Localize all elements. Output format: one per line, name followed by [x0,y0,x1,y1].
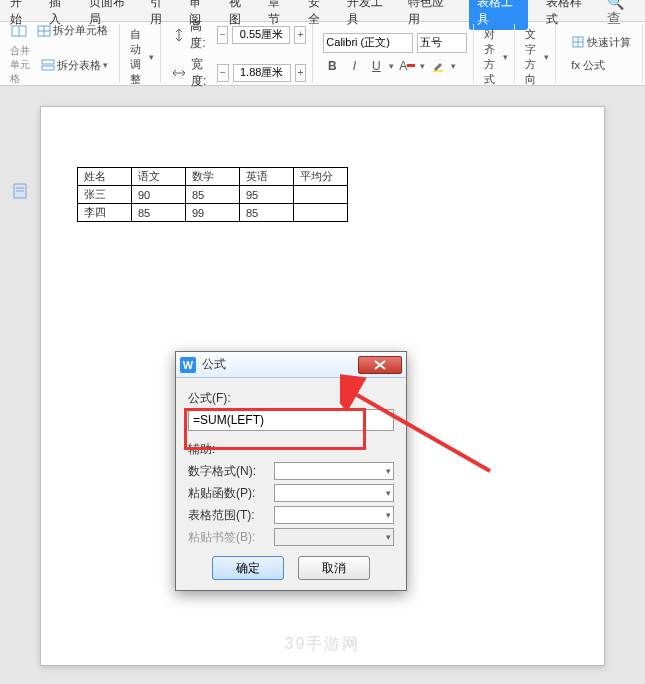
height-label: 高度: [190,18,212,52]
table-cell[interactable]: 85 [240,204,294,222]
formula-label: fx 公式 [571,58,605,73]
textdir-label: 文字方向 [525,27,542,87]
table-cell[interactable]: 数学 [186,168,240,186]
table-cell[interactable]: 李四 [78,204,132,222]
formula-input[interactable] [188,409,394,431]
split-table-label: 拆分表格 [57,58,101,73]
table-cell[interactable]: 平均分 [294,168,348,186]
app-icon: W [180,357,196,373]
font-size-select[interactable] [417,33,467,53]
table-cell[interactable]: 99 [186,204,240,222]
fast-calc-button[interactable]: 快速计算 [566,33,636,52]
height-input[interactable] [232,26,290,44]
height-icon [171,26,186,44]
ribbon-group-autoadjust[interactable]: 自动调整▾ [124,24,161,83]
table-range-combo[interactable]: ▾ [274,506,394,524]
close-icon[interactable] [358,356,402,374]
width-label: 宽度: [191,56,213,90]
svg-rect-12 [433,70,443,72]
highlight-button[interactable] [429,57,447,75]
width-increment[interactable]: + [295,64,307,82]
table-cell[interactable]: 张三 [78,186,132,204]
formula-button[interactable]: fx 公式 [566,56,610,75]
table-cell[interactable]: 90 [132,186,186,204]
ribbon-group-size: 高度: − + 宽度: − + [165,24,313,83]
menu-bar: 开始 插入 页面布局 引用 审阅 视图 章节 安全 开发工具 特色应用 表格工具… [0,0,645,22]
ribbon-group-font: B I U▾ A▾ ▾ [317,24,474,83]
table-range-label: 表格范围(T): [188,507,255,524]
align-label: 对齐方式 [484,27,501,87]
ribbon-group-align[interactable]: 对齐方式▾ [478,24,515,83]
table-row: 张三 90 85 95 [78,186,348,204]
font-family-select[interactable] [323,33,413,53]
table-cell[interactable]: 英语 [240,168,294,186]
svg-rect-5 [42,60,54,64]
auto-adjust-label: 自动调整 [130,27,147,87]
chevron-down-icon: ▾ [386,510,391,520]
formula-dialog: W 公式 公式(F): 辅助: 数字格式(N): ▾ 粘贴函数(P): ▾ 表格… [175,351,407,591]
ribbon-group-textdir[interactable]: A 文字方向▾ [519,24,556,83]
merge-cells-label: 合并单元格 [10,44,32,86]
merge-cells-icon[interactable] [10,22,28,40]
aux-header: 辅助: [188,441,394,458]
fast-calc-label: 快速计算 [587,35,631,50]
ok-button[interactable]: 确定 [212,556,284,580]
table-cell[interactable] [294,204,348,222]
paste-bookmark-label: 粘贴书签(B): [188,529,255,546]
formula-field-label: 公式(F): [188,390,394,407]
table-cell[interactable]: 85 [186,186,240,204]
height-decrement[interactable]: − [217,26,229,44]
ribbon-group-formula: 快速计算 fx 公式 [560,24,643,83]
dialog-body: 公式(F): 辅助: 数字格式(N): ▾ 粘贴函数(P): ▾ 表格范围(T)… [176,378,406,590]
paste-bookmark-combo: ▾ [274,528,394,546]
dialog-titlebar[interactable]: W 公式 [176,352,406,378]
bold-button[interactable]: B [323,57,341,75]
table-cell[interactable]: 姓名 [78,168,132,186]
table-row: 姓名 语文 数学 英语 平均分 [78,168,348,186]
document-thumb-icon[interactable] [12,182,30,200]
ribbon: 拆分单元格 合并单元格 拆分表格▾ 自动调整▾ 高度: − + 宽度: − + [0,22,645,86]
svg-rect-6 [42,66,54,70]
table-cell[interactable]: 85 [132,204,186,222]
chevron-down-icon: ▾ [386,466,391,476]
cancel-button[interactable]: 取消 [298,556,370,580]
table-cell[interactable]: 语文 [132,168,186,186]
watermark-text: 39手游网 [41,634,604,655]
table-cell[interactable]: 95 [240,186,294,204]
height-increment[interactable]: + [294,26,306,44]
width-input[interactable] [233,64,291,82]
underline-button[interactable]: U [367,57,385,75]
font-color-button[interactable]: A [398,57,416,75]
chevron-down-icon: ▾ [386,488,391,498]
width-decrement[interactable]: − [217,64,229,82]
table-cell[interactable] [294,186,348,204]
ribbon-group-cells: 拆分单元格 合并单元格 拆分表格▾ [4,24,120,83]
num-format-combo[interactable]: ▾ [274,462,394,480]
split-table-button[interactable]: 拆分表格▾ [36,56,113,75]
dialog-title: 公式 [202,356,226,373]
split-cells-label: 拆分单元格 [53,23,108,38]
paste-func-combo[interactable]: ▾ [274,484,394,502]
chevron-down-icon: ▾ [386,532,391,542]
paste-func-label: 粘贴函数(P): [188,485,255,502]
num-format-label: 数字格式(N): [188,463,256,480]
split-cells-button[interactable]: 拆分单元格 [32,21,113,40]
data-table[interactable]: 姓名 语文 数学 英语 平均分 张三 90 85 95 李四 85 99 85 [77,167,348,222]
document-stage: 姓名 语文 数学 英语 平均分 张三 90 85 95 李四 85 99 85 … [0,86,645,684]
table-row: 李四 85 99 85 [78,204,348,222]
italic-button[interactable]: I [345,57,363,75]
width-icon [171,64,187,82]
